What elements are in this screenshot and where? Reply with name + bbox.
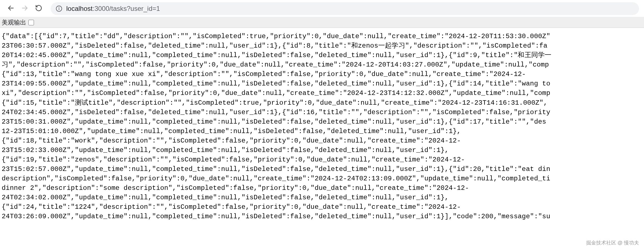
forward-button[interactable]	[19, 3, 31, 14]
reload-icon	[35, 4, 42, 13]
address-bar[interactable]: localhost:3000/tasks?user_id=1	[51, 2, 639, 15]
pretty-print-bar: 美观输出	[0, 17, 644, 28]
back-button[interactable]	[5, 3, 17, 14]
json-response-body: {"data":[{"id":7,"title":"dd","descripti…	[0, 28, 644, 226]
svg-point-2	[59, 7, 59, 7]
url-host: localhost	[66, 5, 93, 12]
site-info-icon[interactable]	[56, 5, 62, 12]
url-text: localhost:3000/tasks?user_id=1	[66, 5, 160, 13]
pretty-print-label: 美观输出	[2, 18, 26, 27]
arrow-right-icon	[21, 4, 28, 13]
reload-button[interactable]	[33, 3, 45, 14]
pretty-print-checkbox[interactable]	[28, 20, 34, 25]
arrow-left-icon	[7, 4, 14, 13]
url-path: :3000/tasks?user_id=1	[93, 5, 160, 12]
browser-toolbar: localhost:3000/tasks?user_id=1	[0, 0, 644, 17]
